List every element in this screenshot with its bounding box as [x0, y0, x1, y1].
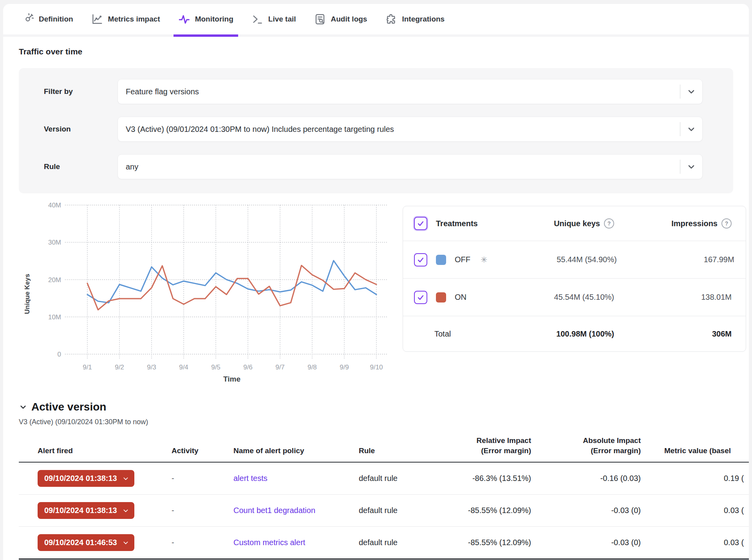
alert-row: 09/10/2024 01:38:13 - Count bet1 degrada… [19, 495, 749, 527]
col-alert-policy: Name of alert policy [233, 446, 359, 456]
filter-by-select[interactable]: Feature flag versions [118, 79, 703, 104]
svg-text:40M: 40M [48, 202, 61, 209]
svg-text:9/5: 9/5 [211, 364, 221, 371]
version-select[interactable]: V3 (Active) (09/01/2024 01:30PM to now) … [118, 117, 703, 142]
tab-definition[interactable]: Definition [19, 4, 76, 34]
y-axis-title: Unique Keys [24, 263, 31, 325]
treatment-on-checkbox[interactable] [414, 291, 427, 304]
total-label: Total [414, 330, 451, 339]
treatments-select-all-checkbox[interactable] [414, 217, 427, 230]
chevron-down-icon [680, 85, 702, 99]
filter-by-value: Feature flag versions [126, 87, 680, 96]
tab-label: Integrations [402, 15, 445, 23]
default-treatment-icon: ✳ [481, 255, 488, 265]
target-edit-icon [22, 13, 34, 25]
svg-text:9/10: 9/10 [370, 364, 383, 371]
x-axis-title: Time [87, 375, 376, 384]
absolute-impact-cell: -0.03 (0) [539, 538, 649, 547]
tab-label: Live tail [268, 15, 296, 23]
help-icon[interactable]: ? [721, 218, 732, 229]
relative-impact-cell: -85.55% (12.09%) [445, 506, 539, 515]
relative-impact-cell: -85.55% (12.09%) [445, 538, 539, 547]
filter-row-filter-by: Filter by Feature flag versions [44, 79, 703, 104]
svg-text:9/9: 9/9 [340, 364, 349, 371]
alert-policy-link[interactable]: Custom metrics alert [233, 538, 305, 547]
treatments-panel: Treatments Unique keys ? Impressions ? [403, 206, 746, 352]
active-version-header[interactable]: Active version [19, 401, 733, 413]
alert-policy-link[interactable]: alert tests [233, 474, 268, 483]
alert-policy-link[interactable]: Count bet1 degradation [233, 506, 315, 515]
rule-label: Rule [44, 162, 118, 171]
tab-label: Metrics impact [108, 15, 160, 23]
alerts-table: Alert fired Activity Name of alert polic… [19, 436, 749, 560]
col-rule: Rule [359, 446, 445, 456]
unique-keys-value: 45.54M (45.10%) [554, 293, 614, 302]
tab-label: Audit logs [331, 15, 367, 23]
chevron-down-icon [680, 122, 702, 136]
main-card: Definition Metrics impact Monitoring Liv… [3, 4, 749, 560]
chevron-down-icon [19, 403, 27, 411]
absolute-impact-cell: -0.16 (0.03) [539, 474, 649, 483]
traffic-chart-section: Unique Keys 010M20M30M40M9/19/29/39/49/5… [19, 198, 733, 394]
treatment-off-checkbox[interactable] [414, 253, 427, 266]
rule-cell: default rule [359, 474, 445, 483]
col-activity: Activity [172, 446, 233, 456]
total-unique-keys: 100.98M (100%) [556, 330, 614, 339]
alert-fired-badge[interactable]: 09/10/2024 01:38:13 [38, 470, 134, 487]
svg-text:9/3: 9/3 [147, 364, 156, 371]
metric-value-cell: 0.19 ( [649, 474, 749, 483]
impressions-value: 138.01M [701, 293, 732, 302]
absolute-impact-cell: -0.03 (0) [539, 506, 649, 515]
relative-impact-cell: -86.3% (13.51%) [445, 474, 539, 483]
svg-text:30M: 30M [48, 239, 61, 246]
chevron-down-icon [680, 160, 702, 174]
help-icon[interactable]: ? [604, 218, 614, 229]
treatment-row-on: ON 45.54M (45.10%) 138.01M [403, 279, 746, 316]
tab-live-tail[interactable]: Live tail [248, 4, 299, 34]
tab-monitoring[interactable]: Monitoring [175, 4, 237, 34]
terminal-icon [251, 13, 263, 25]
active-version-title: Active version [31, 401, 106, 413]
tab-metrics-impact[interactable]: Metrics impact [88, 4, 163, 34]
col-absolute-impact: Absolute Impact(Error margin) [539, 436, 649, 456]
svg-text:9/6: 9/6 [243, 364, 253, 371]
rule-select[interactable]: any [118, 154, 703, 179]
svg-text:10M: 10M [48, 313, 61, 321]
activity-pulse-icon [178, 13, 190, 25]
svg-text:9/4: 9/4 [179, 364, 188, 371]
svg-text:9/7: 9/7 [275, 364, 285, 371]
alert-row: 09/10/2024 01:46:53 - Custom metrics ale… [19, 527, 749, 560]
off-series-swatch [436, 255, 446, 265]
puzzle-icon [385, 13, 397, 25]
document-search-icon [314, 13, 326, 25]
tab-label: Definition [39, 15, 73, 23]
metric-value-cell: 0.03 ( [649, 506, 749, 515]
svg-text:9/1: 9/1 [83, 364, 92, 371]
activity-cell: - [172, 538, 233, 547]
rule-cell: default rule [359, 506, 445, 515]
treatment-name: ON [455, 293, 466, 302]
chevron-down-icon [123, 475, 129, 482]
tab-audit-logs[interactable]: Audit logs [311, 4, 371, 34]
impressions-header: Impressions [671, 219, 718, 228]
filter-by-label: Filter by [44, 87, 118, 96]
treatments-header-label: Treatments [436, 219, 478, 228]
treatments-total-row: Total 100.98M (100%) 306M [403, 316, 746, 351]
tab-label: Monitoring [195, 15, 233, 23]
rule-cell: default rule [359, 538, 445, 547]
chevron-down-icon [123, 540, 129, 546]
alerts-table-header: Alert fired Activity Name of alert polic… [19, 436, 749, 463]
unique-keys-value: 55.44M (54.90%) [557, 255, 616, 264]
alert-fired-badge[interactable]: 09/10/2024 01:46:53 [38, 534, 134, 551]
filter-row-rule: Rule any [44, 154, 703, 179]
treatment-name: OFF [455, 255, 470, 264]
treatments-header: Treatments Unique keys ? Impressions ? [403, 206, 746, 241]
on-series-swatch [436, 292, 446, 303]
alert-fired-badge[interactable]: 09/10/2024 01:38:13 [38, 502, 134, 519]
impressions-value: 167.99M [704, 255, 734, 264]
page-title: Traffic over time [19, 47, 733, 56]
version-label: Version [44, 125, 118, 133]
traffic-line-chart: Unique Keys 010M20M30M40M9/19/29/39/49/5… [19, 198, 403, 394]
tab-integrations[interactable]: Integrations [382, 4, 448, 34]
svg-text:9/8: 9/8 [307, 364, 317, 371]
